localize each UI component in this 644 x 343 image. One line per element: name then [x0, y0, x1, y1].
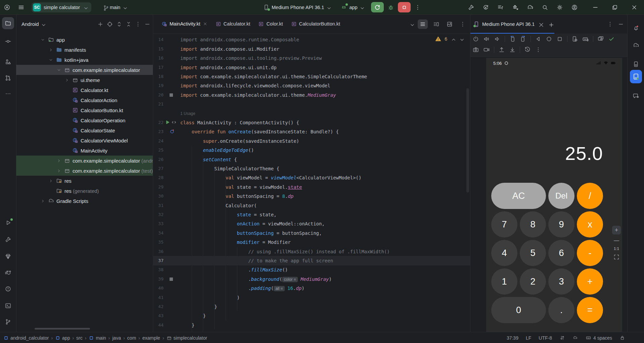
snapshots-icon[interactable]	[524, 46, 531, 53]
code-line-32[interactable]: 32 state = state,	[153, 210, 470, 219]
tree-item-manifests[interactable]: manifests	[16, 45, 153, 55]
code-line-41[interactable]: 41 )	[153, 293, 470, 302]
horizontal-scrollbar[interactable]	[35, 328, 90, 330]
tab-color-kt[interactable]: Color.kt	[254, 14, 287, 33]
calc-button-minus[interactable]: -	[577, 240, 603, 266]
breadcrumb-item[interactable]: example	[142, 335, 160, 341]
calc-button-6[interactable]: 6	[548, 240, 574, 266]
code-line-30[interactable]: 30 val buttonSpacing = 8.dp	[153, 191, 470, 201]
tab-calculator-kt[interactable]: Calculator.kt	[212, 14, 255, 33]
code-line-22[interactable]: 22class MainActivity : ComponentActivity…	[153, 118, 470, 127]
problems-tool-icon[interactable]	[2, 283, 14, 295]
tree-item-kotlin-java[interactable]: kotlin+java	[16, 55, 153, 65]
breadcrumb-item[interactable]: simplecalculator	[167, 335, 207, 341]
tree-item-com-example-simplecalculator[interactable]: com.example.simplecalculator (androidTes…	[16, 156, 153, 166]
calc-button-2[interactable]: 2	[520, 268, 546, 295]
run-class-icon[interactable]	[165, 120, 170, 125]
tree-item-res[interactable]: res (generated)	[16, 186, 153, 196]
code-line-40[interactable]: 40 .padding(all = 16.dp)	[153, 284, 470, 293]
apply-code-changes-icon[interactable]	[496, 2, 506, 12]
camera-icon[interactable]	[472, 46, 479, 53]
debug-button[interactable]	[386, 2, 396, 12]
logcat-tool-icon[interactable]	[2, 266, 14, 278]
tab-calculatorbutton-kt[interactable]: CalculatorButton.kt	[287, 14, 344, 33]
rerun-button[interactable]	[371, 2, 384, 12]
volume-down-icon[interactable]	[494, 36, 501, 42]
code-line-35[interactable]: 35 modifier = Modifier	[153, 238, 470, 247]
calc-button-dot[interactable]: .	[548, 297, 574, 323]
back-icon[interactable]	[535, 36, 542, 42]
code-line-16[interactable]: 16import androidx.compose.ui.tooling.pre…	[153, 53, 470, 63]
run-config-selector[interactable]: app	[349, 5, 364, 10]
tree-item-calculatorviewmodel[interactable]: CalculatorViewModel	[16, 135, 153, 145]
virtual-keyboard-icon[interactable]	[582, 36, 589, 42]
chevron-down-icon[interactable]	[56, 67, 62, 73]
calc-button-divide[interactable]: /	[577, 183, 603, 209]
calc-button-AC[interactable]: AC	[491, 183, 546, 209]
window-maximize-icon[interactable]	[610, 2, 620, 12]
check-icon[interactable]	[608, 36, 615, 42]
tree-item-gradle-scripts[interactable]: Gradle Scripts	[16, 196, 153, 206]
vcs-branch-selector[interactable]: main	[103, 5, 127, 10]
collapse-all-icon[interactable]	[125, 21, 132, 28]
download-file-icon[interactable]	[509, 46, 516, 53]
chevron-right-icon[interactable]	[56, 168, 62, 174]
tree-item-calculatoroperation[interactable]: CalculatorOperation	[16, 115, 153, 125]
notifications-tool-icon[interactable]	[630, 22, 642, 34]
code-line-29[interactable]: 29 val state = viewModel.state	[153, 182, 470, 192]
code-line-39[interactable]: 39 .background(color = MediumGray)	[153, 274, 470, 284]
gemini-tool-icon[interactable]	[630, 90, 642, 102]
gradle-sync-icon[interactable]	[525, 2, 535, 12]
hide-panel-icon[interactable]	[144, 21, 151, 28]
fit-to-window-icon[interactable]	[613, 254, 620, 260]
pull-requests-tool-icon[interactable]	[2, 72, 14, 84]
more-vertical-icon[interactable]	[135, 21, 141, 28]
code-line-24[interactable]: 24 super.onCreate(savedInstanceState)	[153, 136, 470, 146]
device-settings-icon[interactable]	[571, 36, 578, 42]
search-everywhere-icon[interactable]	[540, 2, 550, 12]
structure-tool-icon[interactable]	[2, 56, 14, 68]
stop-button[interactable]	[398, 2, 411, 12]
version-control-tool-icon[interactable]	[2, 316, 14, 328]
overrides-method-icon[interactable]	[170, 129, 175, 134]
window-inspect-icon[interactable]	[597, 36, 604, 42]
code-line-43[interactable]: 43 }	[153, 311, 470, 320]
upload-file-icon[interactable]	[498, 46, 505, 53]
device-screen[interactable]: 5:06 25.0 ACDel/789x456-123+0.=	[486, 58, 622, 332]
code-editor[interactable]: 14import androidx.compose.runtime.Compos…	[153, 34, 470, 332]
add-icon[interactable]	[97, 21, 104, 28]
split-view-button[interactable]	[431, 19, 441, 29]
code-line-23[interactable]: 23 override fun onCreate(savedInstanceSt…	[153, 127, 470, 136]
breadcrumb-item[interactable]: app	[55, 335, 70, 341]
chevron-right-icon[interactable]	[64, 77, 70, 83]
tree-item-com-example-simplecalculator[interactable]: com.example.simplecalculator	[16, 65, 153, 75]
calc-button-1[interactable]: 1	[491, 268, 517, 295]
breadcrumb-item[interactable]: main	[89, 335, 106, 341]
zoom-in-button[interactable]: +	[612, 226, 621, 234]
more-vertical-icon[interactable]	[535, 46, 542, 53]
main-menu-icon[interactable]	[16, 2, 26, 12]
code-line-37[interactable]: 37 // to make the app full screen	[153, 256, 470, 265]
expand-all-icon[interactable]	[116, 21, 123, 28]
device-manager-tool-icon[interactable]	[630, 58, 642, 70]
arrows-swap-icon[interactable]	[559, 335, 565, 341]
code-line-42[interactable]: 42 }	[153, 302, 470, 311]
calc-button-5[interactable]: 5	[520, 240, 546, 266]
code-line-14[interactable]: 14import androidx.compose.runtime.Compos…	[153, 35, 470, 44]
rotate-right-icon[interactable]	[520, 36, 526, 42]
record-video-icon[interactable]	[483, 46, 490, 53]
line-ending[interactable]: LF	[526, 335, 531, 341]
code-line-44[interactable]: 44 }	[153, 320, 470, 330]
code-line-19[interactable]: 19import androidx.lifecycle.viewmodel.co…	[153, 81, 470, 90]
lock-icon[interactable]	[619, 335, 625, 341]
more-horizontal-tool-icon[interactable]	[2, 88, 14, 100]
tab-mainactivity-kt[interactable]: MainActivity.kt	[157, 14, 212, 33]
project-tool-icon[interactable]	[2, 17, 14, 29]
code-line-34[interactable]: 34 buttonSpacing = buttonSpacing,	[153, 228, 470, 238]
overview-icon[interactable]	[556, 36, 563, 42]
tree-item-app[interactable]: app	[16, 35, 153, 45]
cursor-position[interactable]: 37:39	[507, 335, 518, 341]
tree-item-calculator-kt[interactable]: Calculator.kt	[16, 85, 153, 95]
apply-changes-icon[interactable]	[481, 2, 491, 12]
design-view-button[interactable]	[445, 19, 455, 29]
